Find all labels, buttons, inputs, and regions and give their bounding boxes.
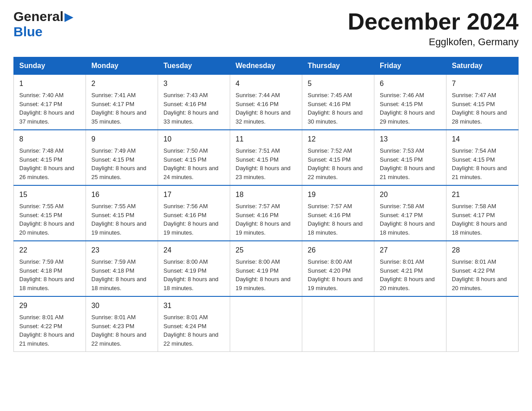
table-row: 24Sunrise: 8:00 AMSunset: 4:19 PMDayligh… bbox=[158, 241, 230, 296]
day-number: 3 bbox=[163, 78, 224, 89]
calendar-week-row: 8Sunrise: 7:48 AMSunset: 4:15 PMDaylight… bbox=[14, 130, 519, 185]
daylight-text: Daylight: 8 hours and 28 minutes. bbox=[452, 108, 513, 126]
table-row: 11Sunrise: 7:51 AMSunset: 4:15 PMDayligh… bbox=[230, 130, 302, 185]
daylight-text: Daylight: 8 hours and 19 minutes. bbox=[91, 219, 152, 237]
table-row: 30Sunrise: 8:01 AMSunset: 4:23 PMDayligh… bbox=[86, 296, 158, 352]
sunset-text: Sunset: 4:15 PM bbox=[236, 155, 296, 164]
logo-general: General bbox=[13, 9, 64, 24]
sunrise-text: Sunrise: 7:40 AM bbox=[19, 91, 80, 100]
table-row: 16Sunrise: 7:55 AMSunset: 4:15 PMDayligh… bbox=[86, 185, 158, 241]
sunrise-text: Sunrise: 7:55 AM bbox=[91, 202, 152, 211]
sunrise-text: Sunrise: 8:01 AM bbox=[19, 313, 80, 322]
daylight-text: Daylight: 8 hours and 20 minutes. bbox=[380, 275, 441, 292]
month-title: December 2024 bbox=[348, 9, 519, 34]
daylight-text: Daylight: 8 hours and 37 minutes. bbox=[19, 108, 80, 126]
table-row: 15Sunrise: 7:55 AMSunset: 4:15 PMDayligh… bbox=[14, 185, 86, 241]
table-row: 2Sunrise: 7:41 AMSunset: 4:17 PMDaylight… bbox=[86, 75, 158, 130]
table-row: 1Sunrise: 7:40 AMSunset: 4:17 PMDaylight… bbox=[14, 75, 86, 130]
header-wednesday: Wednesday bbox=[230, 57, 302, 75]
table-row: 23Sunrise: 7:59 AMSunset: 4:18 PMDayligh… bbox=[86, 241, 158, 296]
title-area: December 2024 Egglkofen, Germany bbox=[348, 9, 519, 48]
day-number: 13 bbox=[380, 134, 441, 145]
day-number: 10 bbox=[163, 134, 224, 145]
table-row bbox=[374, 296, 446, 352]
sunrise-text: Sunrise: 7:57 AM bbox=[236, 202, 296, 211]
sunset-text: Sunset: 4:16 PM bbox=[163, 100, 224, 109]
daylight-text: Daylight: 8 hours and 20 minutes. bbox=[19, 219, 80, 237]
sunset-text: Sunset: 4:20 PM bbox=[308, 266, 369, 275]
table-row bbox=[446, 296, 519, 352]
sunset-text: Sunset: 4:15 PM bbox=[452, 155, 513, 164]
daylight-text: Daylight: 8 hours and 18 minutes. bbox=[380, 219, 441, 237]
sunrise-text: Sunrise: 7:53 AM bbox=[380, 146, 441, 155]
day-number: 14 bbox=[452, 134, 513, 145]
daylight-text: Daylight: 8 hours and 18 minutes. bbox=[308, 219, 369, 237]
day-number: 31 bbox=[163, 300, 224, 311]
daylight-text: Daylight: 8 hours and 21 minutes. bbox=[380, 164, 441, 181]
daylight-text: Daylight: 8 hours and 25 minutes. bbox=[91, 164, 152, 181]
daylight-text: Daylight: 8 hours and 22 minutes. bbox=[163, 330, 224, 348]
sunrise-text: Sunrise: 7:56 AM bbox=[163, 202, 224, 211]
calendar-week-row: 1Sunrise: 7:40 AMSunset: 4:17 PMDaylight… bbox=[14, 75, 519, 130]
day-number: 23 bbox=[91, 245, 152, 256]
header: General ▶ Blue December 2024 Egglkofen, … bbox=[13, 9, 519, 48]
day-number: 8 bbox=[19, 134, 80, 145]
table-row bbox=[230, 296, 302, 352]
day-number: 22 bbox=[19, 245, 80, 256]
sunset-text: Sunset: 4:19 PM bbox=[236, 266, 296, 275]
sunset-text: Sunset: 4:18 PM bbox=[19, 266, 80, 275]
daylight-text: Daylight: 8 hours and 19 minutes. bbox=[308, 275, 369, 292]
day-number: 27 bbox=[380, 245, 441, 256]
table-row: 21Sunrise: 7:58 AMSunset: 4:17 PMDayligh… bbox=[446, 185, 519, 241]
day-number: 9 bbox=[91, 134, 152, 145]
daylight-text: Daylight: 8 hours and 19 minutes. bbox=[163, 219, 224, 237]
daylight-text: Daylight: 8 hours and 22 minutes. bbox=[308, 164, 369, 181]
header-tuesday: Tuesday bbox=[158, 57, 230, 75]
table-row: 29Sunrise: 8:01 AMSunset: 4:22 PMDayligh… bbox=[14, 296, 86, 352]
day-number: 19 bbox=[308, 189, 369, 200]
sunset-text: Sunset: 4:15 PM bbox=[380, 155, 441, 164]
sunrise-text: Sunrise: 7:43 AM bbox=[163, 91, 224, 100]
sunrise-text: Sunrise: 7:59 AM bbox=[19, 257, 80, 266]
sunrise-text: Sunrise: 8:01 AM bbox=[380, 257, 441, 266]
day-number: 26 bbox=[308, 245, 369, 256]
sunrise-text: Sunrise: 7:47 AM bbox=[452, 91, 513, 100]
sunset-text: Sunset: 4:17 PM bbox=[91, 100, 152, 109]
table-row: 17Sunrise: 7:56 AMSunset: 4:16 PMDayligh… bbox=[158, 185, 230, 241]
day-number: 4 bbox=[236, 78, 296, 89]
calendar-week-row: 15Sunrise: 7:55 AMSunset: 4:15 PMDayligh… bbox=[14, 185, 519, 241]
table-row: 8Sunrise: 7:48 AMSunset: 4:15 PMDaylight… bbox=[14, 130, 86, 185]
sunrise-text: Sunrise: 8:01 AM bbox=[91, 313, 152, 322]
sunset-text: Sunset: 4:19 PM bbox=[163, 266, 224, 275]
sunset-text: Sunset: 4:17 PM bbox=[452, 211, 513, 220]
table-row: 5Sunrise: 7:45 AMSunset: 4:16 PMDaylight… bbox=[302, 75, 374, 130]
day-number: 30 bbox=[91, 300, 152, 311]
sunrise-text: Sunrise: 8:00 AM bbox=[236, 257, 296, 266]
table-row: 12Sunrise: 7:52 AMSunset: 4:15 PMDayligh… bbox=[302, 130, 374, 185]
daylight-text: Daylight: 8 hours and 19 minutes. bbox=[236, 219, 296, 237]
sunrise-text: Sunrise: 8:00 AM bbox=[163, 257, 224, 266]
sunset-text: Sunset: 4:15 PM bbox=[91, 211, 152, 220]
sunrise-text: Sunrise: 7:49 AM bbox=[91, 146, 152, 155]
daylight-text: Daylight: 8 hours and 21 minutes. bbox=[19, 330, 80, 348]
daylight-text: Daylight: 8 hours and 35 minutes. bbox=[91, 108, 152, 126]
sunrise-text: Sunrise: 7:48 AM bbox=[19, 146, 80, 155]
sunrise-text: Sunrise: 7:58 AM bbox=[452, 202, 513, 211]
table-row: 3Sunrise: 7:43 AMSunset: 4:16 PMDaylight… bbox=[158, 75, 230, 130]
table-row: 28Sunrise: 8:01 AMSunset: 4:22 PMDayligh… bbox=[446, 241, 519, 296]
logo: General ▶ Blue bbox=[13, 9, 73, 39]
daylight-text: Daylight: 8 hours and 18 minutes. bbox=[452, 219, 513, 237]
table-row: 26Sunrise: 8:00 AMSunset: 4:20 PMDayligh… bbox=[302, 241, 374, 296]
sunset-text: Sunset: 4:15 PM bbox=[91, 155, 152, 164]
sunset-text: Sunset: 4:15 PM bbox=[380, 100, 441, 109]
sunset-text: Sunset: 4:16 PM bbox=[308, 100, 369, 109]
sunrise-text: Sunrise: 7:44 AM bbox=[236, 91, 296, 100]
sunset-text: Sunset: 4:15 PM bbox=[308, 155, 369, 164]
sunrise-text: Sunrise: 7:52 AM bbox=[308, 146, 369, 155]
day-number: 21 bbox=[452, 189, 513, 200]
sunset-text: Sunset: 4:16 PM bbox=[308, 211, 369, 220]
table-row: 14Sunrise: 7:54 AMSunset: 4:15 PMDayligh… bbox=[446, 130, 519, 185]
sunset-text: Sunset: 4:22 PM bbox=[452, 266, 513, 275]
daylight-text: Daylight: 8 hours and 26 minutes. bbox=[19, 164, 80, 181]
sunrise-text: Sunrise: 8:01 AM bbox=[452, 257, 513, 266]
